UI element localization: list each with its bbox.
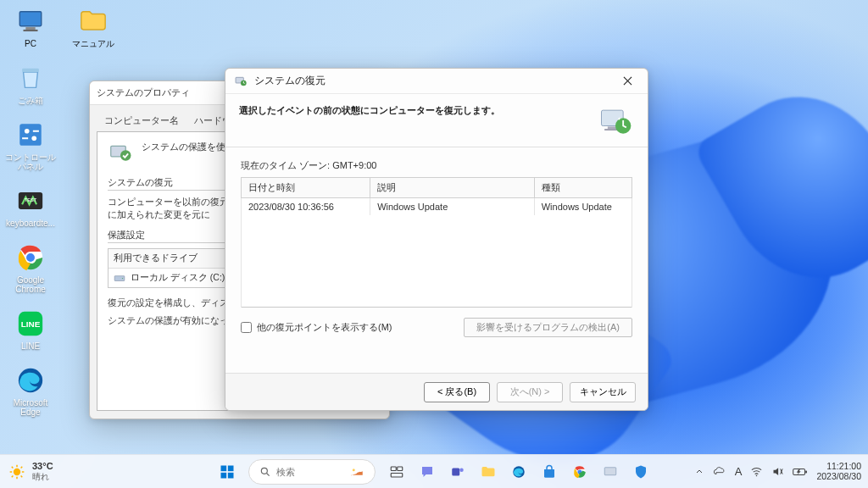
svg-point-18 [122, 278, 123, 279]
desktop-icon-manual[interactable]: マニュアル [68, 5, 119, 48]
svg-text:TEST: TEST [25, 197, 37, 202]
desktop-icon-recycle[interactable]: ごみ箱 [5, 62, 56, 105]
taskbar-app-explorer[interactable] [476, 459, 501, 485]
clock-time: 11:21:00 [816, 462, 861, 472]
scan-programs-button[interactable]: 影響を受けるプログラムの検出(A) [464, 318, 632, 337]
svg-rect-29 [228, 472, 234, 478]
search-accent-icon [349, 464, 364, 480]
desktop-icon-pc[interactable]: PC [5, 5, 56, 48]
restore-hero-icon [597, 103, 634, 140]
svg-point-36 [459, 468, 464, 472]
window-title: システムのプロパティ [97, 86, 190, 99]
task-view-button[interactable] [384, 459, 409, 485]
ime-indicator[interactable]: A [735, 465, 743, 478]
svg-rect-28 [221, 472, 227, 478]
control-panel-icon [14, 119, 47, 151]
cancel-button[interactable]: キャンセル [570, 382, 636, 402]
svg-rect-3 [22, 69, 39, 72]
restore-point-icon [234, 75, 248, 88]
desktop-icon-label: コントロール パネル [5, 152, 56, 171]
battery-icon[interactable] [793, 467, 808, 477]
svg-point-5 [25, 129, 30, 134]
svg-rect-0 [19, 12, 42, 26]
taskbar-app-security[interactable] [628, 459, 654, 485]
svg-rect-35 [452, 468, 459, 475]
svg-rect-27 [228, 465, 234, 471]
svg-rect-4 [19, 124, 42, 146]
pc-icon [14, 5, 47, 37]
sun-icon [8, 463, 25, 480]
headline-text: 選択したイベントの前の状態にコンピューターを復元します。 [239, 103, 587, 117]
cell-datetime: 2023/08/30 10:36:56 [242, 198, 370, 216]
search-input[interactable] [276, 467, 344, 477]
app-icon: TEST [14, 185, 47, 217]
volume-icon[interactable] [771, 465, 784, 478]
window-title: システムの復元 [254, 74, 326, 88]
svg-point-25 [14, 468, 20, 474]
weather-temp: 33°C [32, 461, 53, 471]
taskbar-app-edge[interactable] [506, 459, 531, 485]
system-restore-window[interactable]: システムの復元 選択したイベントの前の状態にコンピューターを復元します。 現在の… [225, 68, 648, 411]
svg-rect-26 [221, 465, 227, 471]
tab-computer-name[interactable]: コンピューター名 [97, 110, 186, 131]
desktop-icon-label: マニュアル [72, 39, 114, 48]
desktop-icon-line[interactable]: LINE LINE [5, 308, 56, 351]
taskbar-clock[interactable]: 11:21:00 2023/08/30 [816, 462, 861, 481]
svg-point-6 [31, 136, 36, 141]
edge-icon [14, 364, 47, 396]
back-button[interactable]: < 戻る(B) [424, 382, 490, 402]
desktop-icon-keyboardtest[interactable]: TEST keyboardte... [5, 185, 56, 228]
taskbar-search[interactable] [248, 459, 376, 485]
show-more-checkbox-input[interactable] [241, 322, 252, 333]
column-description[interactable]: 説明 [370, 178, 535, 198]
taskbar-weather[interactable]: 33°C 晴れ [8, 461, 53, 483]
desktop-icon-label: keyboardte... [6, 219, 55, 228]
tray-overflow-icon[interactable] [694, 467, 704, 477]
restore-points-table[interactable]: 日付と時刻 説明 種類 2023/08/30 10:36:56 Windows … [241, 177, 632, 308]
recycle-bin-icon [14, 62, 47, 94]
taskbar-app-sysprops[interactable] [598, 459, 623, 485]
svg-point-31 [353, 469, 355, 471]
chrome-icon [14, 241, 47, 274]
column-type[interactable]: 種類 [534, 178, 632, 198]
svg-point-41 [756, 475, 758, 477]
taskbar[interactable]: 33°C 晴れ A 11:21:00 2023/08/30 [0, 454, 868, 488]
desktop-icon-label: Google Chrome [5, 275, 56, 294]
desktop-icon-chrome[interactable]: Google Chrome [5, 241, 56, 294]
taskbar-app-store[interactable] [537, 459, 562, 485]
svg-rect-43 [806, 470, 808, 473]
desktop-icon-label: Microsoft Edge [5, 398, 56, 417]
clock-date: 2023/08/30 [816, 472, 861, 482]
svg-rect-34 [391, 473, 403, 477]
column-datetime[interactable]: 日付と時刻 [242, 178, 370, 198]
folder-icon [77, 5, 109, 37]
svg-rect-40 [604, 467, 616, 474]
start-button[interactable] [214, 459, 240, 485]
taskbar-app-teams[interactable] [445, 459, 470, 485]
show-more-checkbox[interactable]: 他の復元ポイントを表示する(M) [241, 321, 392, 334]
shield-icon [108, 141, 133, 166]
svg-rect-2 [24, 30, 38, 31]
line-icon: LINE [14, 308, 47, 340]
chat-button[interactable] [415, 459, 440, 485]
desktop-icon-edge[interactable]: Microsoft Edge [5, 364, 56, 417]
cell-type: Windows Update [534, 198, 632, 216]
taskbar-app-chrome[interactable] [567, 459, 593, 485]
close-button[interactable] [612, 72, 643, 91]
desktop-icon-label: LINE [21, 341, 40, 351]
onedrive-icon[interactable] [713, 465, 726, 479]
next-button[interactable]: 次へ(N) > [497, 382, 563, 402]
svg-rect-1 [25, 27, 35, 30]
svg-rect-33 [398, 467, 403, 471]
wifi-icon[interactable] [750, 465, 763, 478]
weather-cond: 晴れ [32, 471, 53, 483]
search-icon [259, 466, 271, 478]
svg-point-30 [261, 468, 267, 474]
desktop-icon-label: ごみ箱 [18, 96, 43, 105]
desktop-icon-label: PC [25, 39, 36, 48]
table-row[interactable]: 2023/08/30 10:36:56 Windows Update Windo… [242, 198, 632, 216]
desktop-icon-control-panel[interactable]: コントロール パネル [5, 119, 56, 171]
svg-text:LINE: LINE [21, 319, 41, 329]
system-tray[interactable]: A 11:21:00 2023/08/30 [694, 462, 861, 481]
cell-description: Windows Update [370, 198, 535, 216]
